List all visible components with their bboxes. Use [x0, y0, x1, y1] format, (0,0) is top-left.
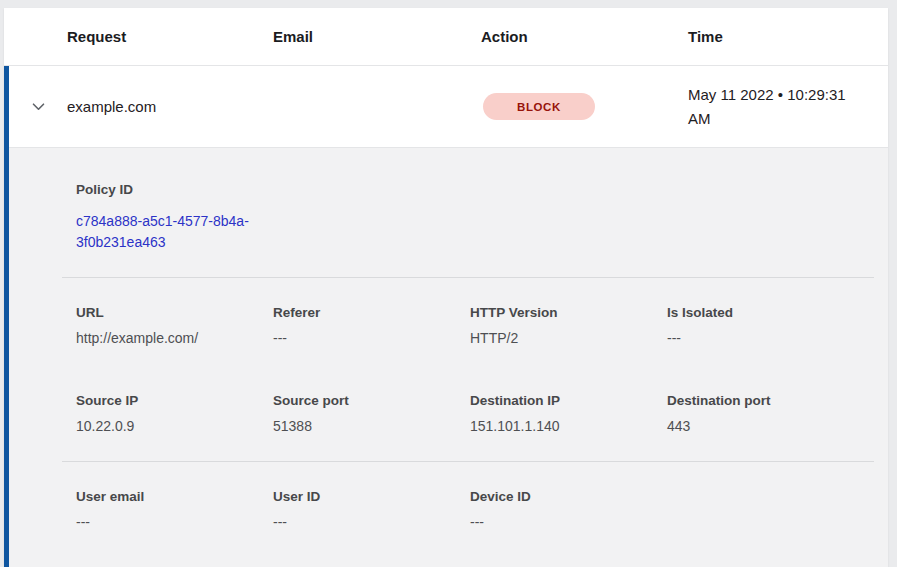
field-label: Device ID	[470, 489, 667, 504]
field-label: User email	[76, 489, 273, 504]
field-value: 10.22.0.9	[76, 418, 273, 434]
field-label: Source port	[273, 393, 470, 408]
detail-field-http-version: HTTP Version HTTP/2	[470, 305, 667, 346]
field-value: 151.101.1.140	[470, 418, 667, 434]
column-header-time: Time	[688, 28, 888, 45]
field-value: 51388	[273, 418, 470, 434]
field-value: ---	[273, 514, 470, 530]
row-expand-toggle[interactable]	[9, 98, 67, 115]
detail-field-referer: Referer ---	[273, 305, 470, 346]
detail-field-url: URL http://example.com/	[76, 305, 273, 346]
chevron-down-icon	[30, 98, 47, 115]
detail-field-is-isolated: Is Isolated ---	[667, 305, 864, 346]
policy-id-link[interactable]: c784a888-a5c1-4577-8b4a-3f0b231ea463	[76, 211, 272, 253]
field-label: Source IP	[76, 393, 273, 408]
row-time-value: May 11 2022 • 10:29:31 AM	[688, 83, 868, 131]
field-value: HTTP/2	[470, 330, 667, 346]
field-label: HTTP Version	[470, 305, 667, 320]
detail-field-user-id: User ID ---	[273, 489, 470, 530]
detail-field-destination-ip: Destination IP 151.101.1.140	[470, 393, 667, 434]
field-value: http://example.com/	[76, 330, 273, 346]
field-value: ---	[273, 330, 470, 346]
detail-row-network: Source IP 10.22.0.9 Source port 51388 De…	[9, 373, 888, 461]
policy-id-section: Policy ID c784a888-a5c1-4577-8b4a-3f0b23…	[9, 182, 888, 277]
detail-row-http: URL http://example.com/ Referer --- HTTP…	[9, 278, 888, 373]
field-value: 443	[667, 418, 864, 434]
field-value: ---	[470, 514, 667, 530]
expanded-row-container: example.com BLOCK May 11 2022 • 10:29:31…	[4, 66, 888, 567]
field-label: User ID	[273, 489, 470, 504]
detail-field-user-email: User email ---	[76, 489, 273, 530]
log-table-card: Request Email Action Time example.com BL…	[4, 8, 888, 567]
detail-field-empty	[667, 489, 864, 530]
table-header: Request Email Action Time	[4, 8, 888, 66]
policy-id-label: Policy ID	[76, 182, 872, 197]
field-label: Referer	[273, 305, 470, 320]
column-header-request: Request	[67, 28, 273, 45]
table-row[interactable]: example.com BLOCK May 11 2022 • 10:29:31…	[9, 66, 888, 148]
field-value: ---	[76, 514, 273, 530]
field-label: Destination port	[667, 393, 864, 408]
detail-field-source-port: Source port 51388	[273, 393, 470, 434]
column-header-action: Action	[481, 28, 688, 45]
field-label: Destination IP	[470, 393, 667, 408]
row-request-value: example.com	[67, 98, 273, 115]
detail-field-device-id: Device ID ---	[470, 489, 667, 530]
field-value: ---	[667, 330, 864, 346]
row-action-cell: BLOCK	[481, 93, 688, 120]
detail-field-source-ip: Source IP 10.22.0.9	[76, 393, 273, 434]
detail-field-destination-port: Destination port 443	[667, 393, 864, 434]
status-badge-block: BLOCK	[483, 93, 595, 120]
field-label: Is Isolated	[667, 305, 864, 320]
row-detail-panel: Policy ID c784a888-a5c1-4577-8b4a-3f0b23…	[9, 148, 888, 567]
column-header-email: Email	[273, 28, 481, 45]
detail-row-user: User email --- User ID --- Device ID ---	[9, 462, 888, 557]
field-label: URL	[76, 305, 273, 320]
